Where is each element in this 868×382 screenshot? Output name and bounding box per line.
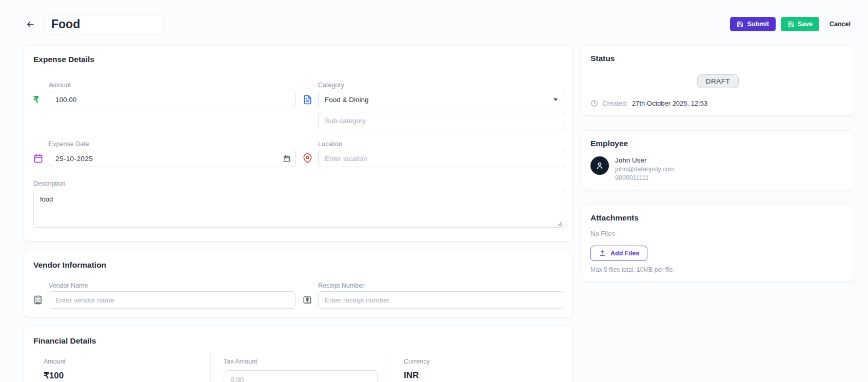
form-column: Expense Details ₹ Amount Catego: [24, 45, 573, 382]
currency-column: Currency INR: [387, 352, 564, 382]
submit-button[interactable]: Submit: [730, 17, 775, 31]
save-disk-icon: [787, 21, 794, 28]
chevron-down-icon: [554, 98, 558, 101]
status-badge: DRAFT: [697, 74, 739, 88]
user-icon: [595, 161, 604, 170]
location-label: Location: [318, 140, 564, 148]
files-hint-text: Max 5 files total, 10MB per file.: [590, 266, 845, 273]
receipt-number-field-group: Receipt Number: [303, 282, 564, 309]
arrow-left-icon: [26, 19, 35, 29]
receipt-number-input[interactable]: [318, 291, 564, 309]
currency-label: Currency: [404, 358, 564, 365]
financial-summary-row: Amount ₹100 Tax Amount Currency INR: [33, 352, 564, 382]
add-files-label: Add Files: [610, 250, 639, 257]
description-field-group: Description food: [33, 178, 564, 230]
category-selected-value: Food & Dining: [325, 96, 369, 104]
submit-label: Submit: [747, 21, 768, 28]
vendor-name-input[interactable]: [49, 291, 295, 309]
financial-amount-label: Amount: [44, 358, 210, 365]
save-label: Save: [798, 21, 813, 28]
created-value: 27th October 2025, 12:53: [632, 99, 707, 107]
employee-name: John User: [615, 156, 675, 164]
employee-row: John User john@dataopsly.com 9000011111: [590, 156, 845, 182]
financial-amount-value: ₹100: [44, 370, 210, 381]
save-disk-icon: [737, 21, 743, 28]
save-button[interactable]: Save: [781, 17, 819, 31]
no-files-text: No Files: [590, 230, 845, 237]
receipt-number-label: Receipt Number: [318, 282, 564, 289]
expense-title-input[interactable]: [45, 15, 164, 33]
vendor-name-label: Vendor Name: [49, 282, 295, 289]
location-field-group: Location: [303, 140, 564, 167]
tax-amount-input[interactable]: [224, 370, 378, 382]
currency-value: INR: [404, 370, 564, 380]
financial-details-card: Financial Details Amount ₹100 Tax Amount…: [24, 327, 573, 382]
avatar: [590, 156, 609, 175]
employee-email: john@dataopsly.com: [615, 166, 675, 173]
expense-date-field-group: Expense Date: [33, 140, 295, 167]
employee-card: Employee John User john@dataopsly.com 90…: [582, 130, 854, 190]
amount-input[interactable]: [49, 91, 295, 108]
document-icon: [303, 82, 318, 105]
header-bar: Submit Save Cancel: [0, 0, 868, 40]
clock-icon: [590, 99, 598, 107]
calendar-icon: [33, 153, 49, 167]
expense-date-input[interactable]: [49, 150, 295, 167]
page-content: Expense Details ₹ Amount Catego: [0, 40, 868, 382]
tax-amount-column: Tax Amount: [210, 352, 387, 382]
amount-field-group: ₹ Amount: [33, 82, 295, 108]
rupee-icon: ₹: [33, 95, 49, 108]
location-input[interactable]: [318, 150, 564, 167]
expense-details-heading: Expense Details: [33, 55, 564, 64]
status-heading: Status: [590, 54, 845, 63]
back-button[interactable]: [24, 17, 37, 31]
created-row: Created: 27th October 2025, 12:53: [590, 99, 845, 107]
category-field-group: Category Food & Dining: [303, 82, 564, 129]
subcategory-input[interactable]: [318, 112, 564, 129]
description-label: Description: [33, 180, 66, 187]
vendor-name-field-group: Vendor Name: [33, 282, 295, 309]
expense-date-label: Expense Date: [49, 140, 295, 148]
financial-details-heading: Financial Details: [33, 336, 564, 346]
category-select[interactable]: Food & Dining: [318, 91, 564, 108]
vendor-information-card: Vendor Information Vendor Name: [24, 251, 573, 317]
cancel-button[interactable]: Cancel: [826, 17, 854, 31]
description-textarea[interactable]: food: [33, 190, 564, 228]
attachments-heading: Attachments: [590, 213, 845, 223]
date-picker-icon[interactable]: [283, 155, 290, 162]
attachments-card: Attachments No Files Add Files Max 5 fil…: [582, 205, 854, 282]
vendor-information-heading: Vendor Information: [33, 260, 564, 270]
employee-heading: Employee: [590, 139, 845, 148]
created-label: Created:: [602, 99, 628, 107]
status-card: Status DRAFT Created: 27th October 2025,…: [582, 45, 854, 116]
amount-label: Amount: [49, 82, 295, 89]
map-pin-icon: [303, 153, 318, 167]
expense-details-card: Expense Details ₹ Amount Catego: [24, 45, 573, 242]
employee-phone: 9000011111: [615, 174, 675, 182]
financial-amount-column: Amount ₹100: [33, 352, 210, 382]
upload-icon: [599, 250, 606, 257]
resize-handle-icon[interactable]: [557, 222, 562, 227]
receipt-dollar-icon: [303, 295, 318, 309]
header-actions: Submit Save Cancel: [730, 17, 854, 31]
tax-amount-label: Tax Amount: [224, 358, 387, 365]
building-icon: [33, 295, 49, 309]
add-files-button[interactable]: Add Files: [590, 246, 647, 261]
sidebar-column: Status DRAFT Created: 27th October 2025,…: [582, 45, 854, 296]
category-label: Category: [318, 82, 564, 89]
